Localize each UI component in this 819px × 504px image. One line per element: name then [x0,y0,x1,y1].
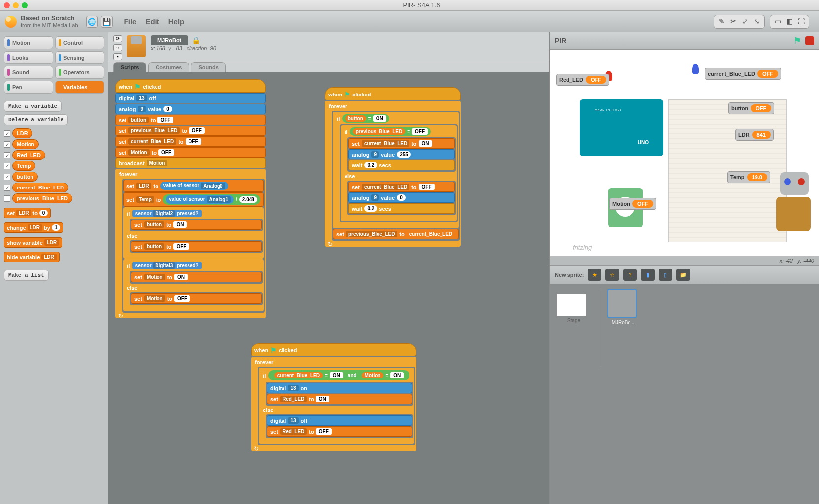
present-icon[interactable]: ⛶ [797,17,806,26]
hat-when-flag[interactable]: when⚑clicked [115,79,266,93]
folder-icon[interactable]: 📁 [676,269,690,281]
var-checkbox[interactable]: ✓ [4,152,10,158]
stage-canvas[interactable]: fritzing Red_LEDOFFcurrent_Blue_LEDOFFbu… [550,50,819,256]
shrink-icon[interactable]: ⤡ [753,17,761,26]
category-control[interactable]: Control [55,36,104,49]
watcher-LDR[interactable]: LDR841 [735,129,774,141]
category-pen[interactable]: Pen [4,81,53,94]
script-panel: ⟳ ↔ ▪ MJRoBot 🔒 x: 168 y: -83 direction:… [108,32,549,504]
watcher-current_Blue_LED[interactable]: current_Blue_LEDOFF [705,68,781,80]
var-row-button: ✓button [4,172,104,182]
show-var-block[interactable]: show variable LDR [4,237,62,248]
robot-sprite[interactable] [755,172,814,251]
lock-icon[interactable]: 🔒 [192,36,200,44]
stage-thumbnail[interactable]: Stage [557,294,591,323]
variable-list: ✓LDR✓Motion✓Red_LED✓Temp✓button✓current_… [4,127,104,204]
set-button-off[interactable]: setbuttontoOFF [115,115,266,125]
var-pill[interactable]: current_Blue_LED [12,183,68,192]
var-checkbox[interactable] [4,195,10,202]
var-checkbox[interactable]: ✓ [4,174,10,180]
save-icon[interactable]: 💾 [101,16,113,28]
var-pill[interactable]: previous_Blue_LED [12,193,72,203]
rotate-flip-icon[interactable]: ↔ [113,44,122,51]
set-prevblue-off[interactable]: setprevious_Blue_LEDtoOFF [115,126,266,136]
set-temp-sensor[interactable]: setTemptovalue of sensorAnalog1 / 2.048 [123,192,264,207]
window-zoom[interactable] [22,2,28,8]
tab-sounds[interactable]: Sounds [191,62,225,72]
hide-var-block[interactable]: hide variable LDR [4,252,60,262]
set-var-block[interactable]: set LDR to 0 [4,208,51,218]
if-curblue-and-motion[interactable]: if current_Blue_LED=ON and Motion=ON dig… [259,368,414,444]
cut-icon[interactable]: ✂ [729,17,738,26]
category-sound[interactable]: Sound [4,66,53,79]
window-minimize[interactable] [13,2,19,8]
make-list-button[interactable]: Make a list [4,270,49,281]
watcher-Motion[interactable]: MotionOFF [609,198,656,210]
analog-value-block[interactable]: analog9value0 [115,104,266,114]
category-sensing[interactable]: Sensing [55,51,104,64]
digital-off-block[interactable]: digital13off [115,93,266,103]
script-stack-1[interactable]: when⚑clicked digital13off analog9value0 … [115,79,266,319]
surprise-sprite-icon[interactable]: ? [623,269,637,281]
rotate-none-icon[interactable]: ▪ [113,53,122,60]
stamp-icon[interactable]: ✎ [717,17,726,26]
menu-edit[interactable]: Edit [145,17,159,26]
var-checkbox[interactable]: ✓ [4,130,10,137]
hat-when-flag-2[interactable]: when⚑clicked [325,87,461,100]
category-variables[interactable]: Variables [55,81,104,94]
watcher-Temp[interactable]: Temp19.0 [727,171,770,183]
var-pill[interactable]: Red_LED [12,150,45,160]
green-flag-button[interactable]: ⚑ [793,35,801,46]
var-checkbox[interactable]: ✓ [4,141,10,148]
watcher-Red_LED[interactable]: Red_LEDOFF [556,74,609,86]
var-checkbox[interactable]: ✓ [4,163,10,169]
forever-2[interactable]: forever ifbutton=ON ifprevious_Blue_LED=… [325,101,461,247]
grow-icon[interactable]: ⤢ [741,17,750,26]
var-checkbox[interactable]: ✓ [4,185,10,191]
script-area[interactable]: when⚑clicked digital13off analog9value0 … [108,72,549,504]
rotate-free-icon[interactable]: ⟳ [113,35,122,42]
script-stack-2[interactable]: when⚑clicked forever ifbutton=ON ifprevi… [325,87,461,247]
menu-help[interactable]: Help [168,17,185,26]
category-operators[interactable]: Operators [55,66,104,79]
sprite-thumb-mjrobot[interactable]: MJRoBo... [607,289,639,325]
if-button-on[interactable]: ifbutton=ON ifprevious_Blue_LED=OFF setc… [333,112,459,228]
forever-1[interactable]: forever setLDRtovalue of sensorAnalog0 s… [115,169,266,318]
sprite-thumbnail[interactable] [127,35,146,57]
window-close[interactable] [4,2,10,8]
green-flag-icon: ⚑ [134,83,141,91]
small-stage-icon[interactable]: ▭ [773,17,782,26]
sort-1-icon[interactable]: ▮ [641,269,655,281]
set-prev-to-cur[interactable]: setprevious_Blue_LEDtocurrent_Blue_LED [333,229,459,239]
delete-variable-button[interactable]: Delete a variable [4,114,68,125]
sort-2-icon[interactable]: ▯ [659,269,672,281]
paint-sprite-icon[interactable]: ★ [588,269,601,281]
hat-when-flag-3[interactable]: when⚑clicked [251,343,416,356]
category-looks[interactable]: Looks [4,51,53,64]
change-var-block[interactable]: change LDR by 1 [4,222,63,233]
broadcast-motion[interactable]: broadcastMotion [115,158,266,168]
set-motion-off[interactable]: setMotiontoOFF [115,147,266,158]
sprite-name-field[interactable]: MJRoBot [151,35,188,45]
var-pill[interactable]: Motion [12,139,39,149]
make-variable-button[interactable]: Make a variable [4,101,62,112]
var-pill[interactable]: button [12,172,38,182]
set-ldr-sensor[interactable]: setLDRtovalue of sensorAnalog0 [123,180,264,192]
tab-costumes[interactable]: Costumes [148,62,189,72]
normal-stage-icon[interactable]: ◧ [785,17,794,26]
watcher-button[interactable]: buttonOFF [728,102,774,114]
script-stack-3[interactable]: when⚑clicked forever if current_Blue_LED… [251,343,416,452]
if-prevblue-off[interactable]: ifprevious_Blue_LED=OFF setcurrent_Blue_… [341,125,457,221]
if-digital2[interactable]: ifsensor Digital2 pressed? setbuttontoON… [123,207,264,259]
category-motion[interactable]: Motion [4,36,53,49]
choose-sprite-icon[interactable]: ☆ [605,269,619,281]
var-pill[interactable]: LDR [12,128,32,138]
stop-button[interactable] [805,36,814,45]
language-icon[interactable]: 🌐 [86,16,98,28]
var-pill[interactable]: Temp [12,161,35,171]
tab-scripts[interactable]: Scripts [113,62,146,72]
forever-3[interactable]: forever if current_Blue_LED=ON and Motio… [251,357,416,451]
menu-file[interactable]: File [124,17,137,26]
if-digital3[interactable]: ifsensor Digital3 pressed? setMotiontoON… [123,259,264,311]
set-curblue-off[interactable]: setcurrent_Blue_LEDtoOFF [115,136,266,147]
